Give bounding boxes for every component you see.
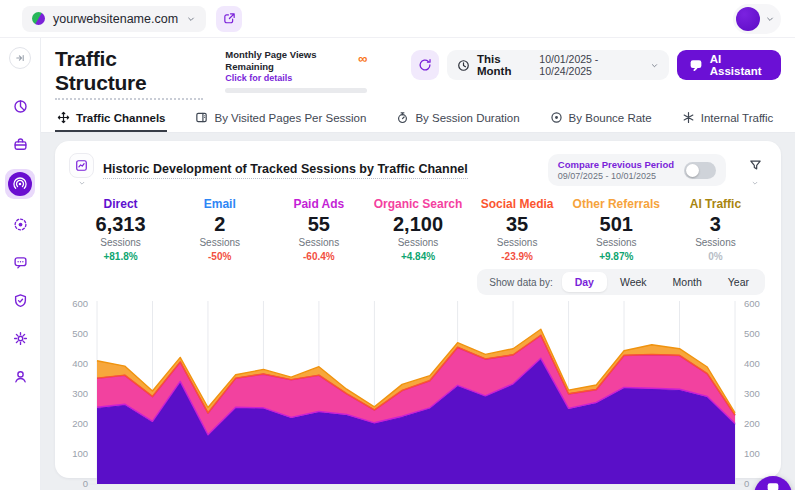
site-favicon-icon [32,12,45,25]
svg-text:600: 600 [744,298,760,309]
channel-stat-direct: Direct6,313Sessions+81.8% [71,197,170,262]
traffic-channels-icon [13,177,27,191]
tab-by-visited-pages-per-session[interactable]: By Visited Pages Per Session [193,106,368,132]
channel-stat-organic-search: Organic Search2,100Sessions+4.84% [368,197,467,262]
chart-container: 0010010020020030030040040050050060060010… [55,295,781,490]
sidebar-item-traffic-channels[interactable] [5,169,35,199]
traffic-area-chart[interactable]: 0010010020020030030040040050050060060010… [55,295,781,490]
chat-icon [766,481,780,490]
tab-internal-traffic[interactable]: Internal Traffic [680,106,776,132]
svg-text:500: 500 [744,328,760,339]
account-menu[interactable] [733,4,781,34]
stat-label[interactable]: Email [170,197,269,211]
tab-bar: Traffic ChannelsBy Visited Pages Per Ses… [41,104,795,133]
date-range-picker[interactable]: This Month 10/01/2025 - 10/24/2025 [447,50,669,80]
granularity-option-month[interactable]: Month [660,272,715,292]
stat-label[interactable]: Direct [71,197,170,211]
stat-change: -60.4% [269,251,368,262]
stat-sub: Sessions [567,237,666,248]
sidebar-item-shield-check[interactable] [7,287,33,313]
chevron-down-icon [78,179,86,187]
infinity-icon: ∞ [358,52,367,65]
topbar: yourwebsitename.com [0,0,795,38]
granularity-option-week[interactable]: Week [607,272,660,292]
svg-text:200: 200 [72,418,88,429]
stat-value: 501 [567,213,666,236]
stat-label[interactable]: Organic Search [368,197,467,211]
stat-label[interactable]: Other Referrals [567,197,666,211]
channel-stat-ai-traffic: AI Traffic3Sessions0% [666,197,765,262]
sidebar-item-chat-messages[interactable] [7,249,33,275]
stat-change: -23.9% [468,251,567,262]
target-icon [550,111,563,124]
stat-change: +9.87% [567,251,666,262]
tab-by-bounce-rate[interactable]: By Bounce Rate [548,106,654,132]
tab-traffic-channels[interactable]: Traffic Channels [55,106,167,132]
sidebar-item-settings-gear[interactable] [7,325,33,351]
compare-toggle[interactable] [684,162,716,179]
sidebar-item-pie-chart[interactable] [7,93,33,119]
settings-gear-icon [13,331,28,346]
channel-stat-email: Email2Sessions-50% [170,197,269,262]
show-data-by-label: Show data by: [480,277,561,288]
chevron-down-icon [186,14,196,24]
stat-value: 2,100 [368,213,467,236]
svg-text:300: 300 [72,388,88,399]
stat-label[interactable]: Paid Ads [269,197,368,211]
show-data-by-row: Show data by: DayWeekMonthYear [55,262,781,295]
compare-label: Compare Previous Period [558,159,674,171]
chat-icon [689,58,703,72]
shield-check-icon [13,293,28,308]
stat-value: 6,313 [71,213,170,236]
sidebar-item-goal-target[interactable] [7,211,33,237]
stat-sub: Sessions [170,237,269,248]
granularity-option-day[interactable]: Day [562,272,607,292]
avatar [736,7,760,31]
stat-label[interactable]: AI Traffic [666,197,765,211]
stat-change: +81.8% [71,251,170,262]
ai-assistant-button[interactable]: AI Assistant [677,50,781,80]
stat-label[interactable]: Social Media [468,197,567,211]
svg-text:400: 400 [744,358,760,369]
stopwatch-icon [396,111,409,124]
stat-sub: Sessions [269,237,368,248]
stat-sub: Sessions [368,237,467,248]
sidebar-nav [5,93,35,389]
sidebar-item-user-profile[interactable] [7,363,33,389]
collapse-sidebar-icon [14,52,26,64]
filter-button[interactable] [743,154,767,178]
pageviews-details-link[interactable]: Click for details [225,73,358,83]
svg-text:300: 300 [744,388,760,399]
page-title: Traffic Structure [55,47,203,100]
ai-assistant-label: AI Assistant [710,53,769,77]
stat-change: +4.84% [368,251,467,262]
channel-stats-row: Direct6,313Sessions+81.8%Email2Sessions-… [55,191,781,262]
sidebar-item-briefcase[interactable] [7,131,33,157]
sidebar-collapse-button[interactable] [9,47,31,69]
clock-icon [457,59,470,72]
chat-messages-icon [13,255,28,270]
move-icon [57,111,70,124]
content-area: Historic Development of Tracked Sessions… [41,133,795,490]
stat-value: 2 [170,213,269,236]
card-title: Historic Development of Tracked Sessions… [103,162,468,179]
chart-type-button[interactable] [69,153,94,178]
svg-text:600: 600 [72,298,88,309]
granularity-switcher: Show data by: DayWeekMonthYear [477,269,765,295]
stat-sub: Sessions [468,237,567,248]
tab-label: By Bounce Rate [569,112,652,124]
period-range: 10/01/2025 - 10/24/2025 [539,53,642,77]
open-site-button[interactable] [216,6,242,32]
tab-by-session-duration[interactable]: By Session Duration [394,106,521,132]
compare-range: 09/07/2025 - 10/01/2025 [558,171,674,181]
granularity-option-year[interactable]: Year [715,272,762,292]
chevron-down-icon [765,14,775,24]
refresh-button[interactable] [411,50,439,80]
asterisk-icon [682,111,695,124]
svg-text:0: 0 [83,478,88,489]
card-header: Historic Development of Tracked Sessions… [55,151,781,191]
site-selector[interactable]: yourwebsitename.com [22,6,206,32]
header-actions: This Month 10/01/2025 - 10/24/2025 AI As… [411,50,781,80]
external-link-icon [223,12,236,25]
svg-text:0: 0 [744,478,749,489]
